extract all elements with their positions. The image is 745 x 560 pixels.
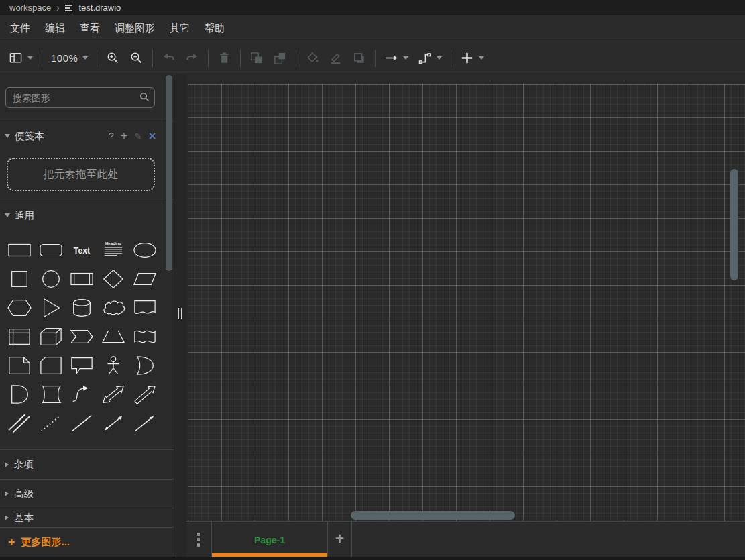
breadcrumb-folder[interactable]: workspace — [9, 3, 51, 13]
drawing-canvas[interactable] — [186, 74, 745, 521]
scratchpad-actions: ?+✎✕ — [109, 121, 156, 151]
chevron-right-icon: › — [56, 1, 59, 14]
zoom-in-icon — [106, 51, 120, 65]
toolbar-connection-button[interactable] — [380, 47, 413, 70]
add-page-button[interactable]: + — [328, 522, 352, 557]
undo-icon — [162, 51, 176, 65]
menu-file[interactable]: 文件 — [3, 19, 38, 38]
shape-cube[interactable] — [36, 322, 67, 351]
menu-extras[interactable]: 其它 — [162, 19, 197, 38]
chevron-down-icon — [479, 56, 484, 60]
drawio-window: workspace › test.drawio 文件编辑查看调整图形其它帮助 1… — [0, 0, 745, 560]
menu-help[interactable]: 帮助 — [197, 19, 232, 38]
toolbar-zoom-out-button[interactable] — [125, 47, 148, 70]
section-general-title: 通用 — [15, 209, 34, 222]
section-basic[interactable]: 基本 — [0, 508, 174, 527]
toolbar-separator — [296, 50, 296, 67]
shape-actor[interactable] — [98, 351, 129, 380]
sidebar-splitter[interactable] — [174, 74, 186, 557]
toolbar-zoom-in-button[interactable] — [101, 47, 125, 70]
shape-or[interactable] — [129, 351, 160, 380]
shape-note[interactable] — [4, 351, 36, 380]
shape-document[interactable] — [129, 293, 160, 322]
shape-bidirectional-arrow[interactable] — [98, 380, 129, 408]
shape-internal-storage[interactable] — [4, 322, 36, 351]
shape-link[interactable] — [4, 408, 36, 437]
scratchpad-dropzone-row: 把元素拖至此处 — [0, 151, 174, 199]
menu-edit[interactable]: 编辑 — [38, 19, 72, 38]
section-advanced[interactable]: 高级 — [0, 480, 174, 508]
line-color-icon — [329, 51, 343, 65]
page-tab-page-1[interactable]: Page-1 — [211, 522, 328, 557]
shape-circle[interactable] — [36, 264, 67, 293]
page-tab-label: Page-1 — [254, 535, 285, 545]
toolbar-waypoints-button[interactable] — [413, 47, 447, 70]
section-basic-title: 基本 — [14, 512, 34, 524]
chevron-down-icon — [5, 134, 10, 138]
svg-text:Text: Text — [74, 245, 90, 255]
shape-rectangle[interactable] — [4, 235, 36, 264]
pages-menu-button[interactable] — [186, 522, 211, 557]
canvas-vertical-scrollbar[interactable] — [730, 169, 738, 280]
chevron-down-icon — [403, 56, 408, 60]
scratchpad-dropzone[interactable]: 把元素拖至此处 — [7, 158, 155, 191]
breadcrumb-file[interactable]: test.drawio — [78, 3, 121, 13]
section-misc[interactable]: 杂项 — [0, 450, 174, 479]
shape-card[interactable] — [36, 351, 67, 380]
shape-dotted-line[interactable] — [36, 408, 67, 437]
chevron-right-icon — [5, 491, 9, 496]
scratchpad-edit-button[interactable]: ✎ — [134, 132, 141, 141]
shape-textbox[interactable]: Heading — [98, 235, 129, 264]
svg-text:Heading: Heading — [105, 241, 121, 245]
shape-parallelogram[interactable] — [129, 264, 160, 293]
chevron-right-icon — [5, 462, 9, 467]
chevron-down-icon — [437, 56, 442, 60]
shape-triangle[interactable] — [36, 293, 67, 322]
search-input[interactable] — [5, 87, 155, 108]
shape-step[interactable] — [66, 322, 98, 351]
shape-cylinder[interactable] — [66, 293, 98, 322]
scratchpad-help-button[interactable]: ? — [109, 131, 114, 141]
shape-ellipse[interactable] — [129, 235, 160, 264]
more-shapes-button[interactable]: + 更多图形... — [0, 528, 174, 557]
shape-data-storage[interactable] — [36, 380, 67, 408]
section-general[interactable]: 通用 — [0, 199, 174, 231]
splitter-grip-icon — [178, 308, 182, 319]
shapes-sidebar: 便笺本 ?+✎✕ 把元素拖至此处 通用 TextHeading 杂项 高级 基本 — [0, 74, 174, 557]
shape-trapezoid[interactable] — [98, 322, 129, 351]
scratchpad-close-button[interactable]: ✕ — [148, 131, 156, 141]
toolbar-fill-color-button — [300, 47, 324, 70]
scratchpad-header[interactable]: 便笺本 ?+✎✕ — [0, 121, 174, 151]
shape-hexagon[interactable] — [4, 293, 36, 322]
toolbar-line-color-button — [324, 47, 347, 70]
chevron-down-icon — [5, 213, 10, 217]
toolbar-zoom-level-button[interactable]: 100% — [46, 47, 93, 70]
toolbar-insert-button[interactable] — [455, 47, 489, 70]
sidebar-scrollbar[interactable] — [166, 75, 172, 271]
shape-text[interactable]: Text — [66, 235, 98, 264]
shape-arrow[interactable] — [129, 380, 160, 408]
canvas-horizontal-scrollbar[interactable] — [351, 511, 515, 520]
general-shape-grid: TextHeading — [0, 231, 174, 449]
toolbar-to-front-button — [245, 47, 268, 70]
toolbar-view-panel-button[interactable] — [4, 47, 38, 70]
shape-and[interactable] — [4, 380, 36, 408]
menu-arrange[interactable]: 调整图形 — [107, 19, 162, 38]
breadcrumb: workspace › test.drawio — [0, 0, 745, 15]
canvas-grid — [188, 84, 745, 521]
scratchpad-add-button[interactable]: + — [121, 130, 128, 142]
shape-callout[interactable] — [66, 351, 98, 380]
shape-rounded-rectangle[interactable] — [36, 235, 67, 264]
menu-view[interactable]: 查看 — [72, 19, 107, 38]
shape-line[interactable] — [66, 408, 98, 437]
shape-tape[interactable] — [129, 322, 160, 351]
shape-diamond[interactable] — [98, 264, 129, 293]
shape-cloud[interactable] — [98, 293, 129, 322]
toolbar-separator — [152, 50, 153, 67]
zoom-out-icon — [129, 51, 144, 65]
shape-directional-connector[interactable] — [129, 408, 160, 437]
shape-bidirectional-connector[interactable] — [98, 408, 129, 437]
shape-process[interactable] — [66, 264, 98, 293]
shape-square[interactable] — [4, 264, 36, 293]
shape-curve[interactable] — [66, 380, 98, 408]
